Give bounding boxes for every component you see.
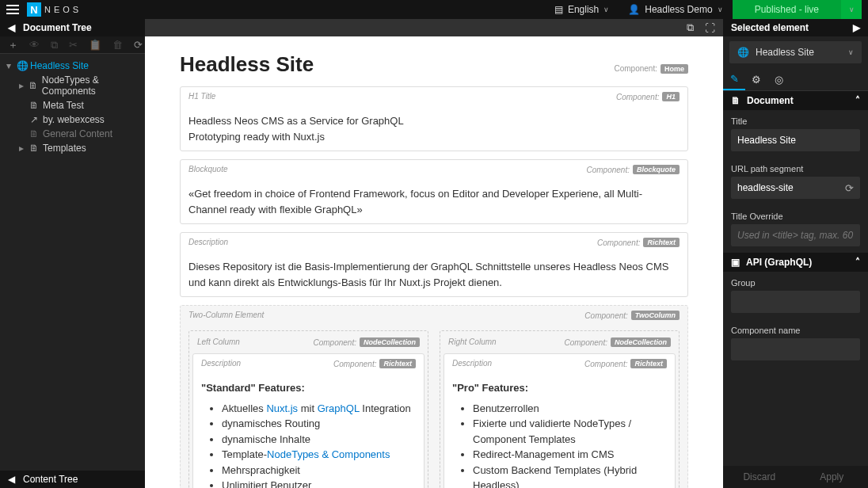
api-section-header[interactable]: ▣ API (GraphQL) ˄ [723,253,868,272]
fullscreen-icon[interactable]: ⛶ [705,22,715,34]
component-badge: Richtext [643,238,680,247]
share-icon: ↗ [29,114,39,125]
column-richtext[interactable]: Description Component: Richtext "Standar… [192,353,424,488]
description-block[interactable]: Description Component: Richtext Dieses R… [180,232,688,297]
tab-edit[interactable]: ✎ [723,68,745,90]
cut-icon[interactable]: ✂ [69,39,78,51]
features-heading: "Pro" Features: [452,380,667,396]
globe-icon: 🌐 [17,60,26,71]
block-content[interactable]: Dieses Repository ist die Basis-Implemen… [181,253,687,296]
chevron-down-icon: ∨ [603,6,609,13]
globe-icon: 🌐 [737,47,749,58]
features-heading: "Standard" Features: [201,380,416,396]
tree-label: Templates [43,143,86,154]
file-icon: 🗎 [29,143,39,154]
url-input[interactable] [731,177,860,199]
element-selector[interactable]: 🌐 Headless Site ∨ [729,41,862,63]
inspector-tabs: ✎ ⚙ ◎ [723,68,868,91]
selected-label: Headless Site [756,47,842,58]
left-panel: ◀ Document Tree ＋ 👁 ⧉ ✂ 📋 🗑 ⟳ ⋮ ▾ 🌐 Head… [0,19,145,488]
features-list: Aktuelles Nuxt.js mit GraphQL Integratio… [201,401,416,489]
topbar: N NEOS ▤ English ∨ 👤 Headless Demo ∨ Pub… [0,0,868,19]
h1-block[interactable]: H1 Title Component: H1 Headless Neos CMS… [180,86,688,151]
block-content[interactable]: "Pro" Features: Benutzerrollen Fixierte … [444,374,675,488]
component-name-input[interactable] [731,338,860,360]
publish-dropdown[interactable]: ∨ [841,0,862,19]
tree-item[interactable]: 🗎General Content [16,127,142,141]
forward-icon[interactable]: ▶ [853,22,860,33]
back-icon[interactable]: ◀ [8,22,15,33]
left-column: Left Column Component: NodeCollection De… [188,330,428,488]
block-content[interactable]: "Standard" Features: Aktuelles Nuxt.js m… [193,374,424,488]
logo: N NEOS [27,2,82,17]
inspector-header: Selected element ▶ [723,19,868,36]
link[interactable]: Nuxt.js [266,402,298,414]
caret-icon[interactable]: ▸ [19,143,25,154]
discard-button[interactable]: Discard [723,466,796,488]
block-content[interactable]: «Get freedom in choice of Frontend Frame… [181,180,687,223]
document-section-header[interactable]: 🗎 Document ˄ [723,91,868,110]
block-title: Blockquote [188,165,587,174]
tree-item[interactable]: ↗by. webexcess [16,112,142,127]
blockquote-block[interactable]: Blockquote Component: Blockquote «Get fr… [180,159,688,224]
tree-item[interactable]: ▸🗎Templates [16,141,142,155]
component-badge: TwoColumn [631,311,680,320]
tree-label: NodeTypes & Components [42,74,139,97]
chevron-down-icon: ∨ [718,6,723,13]
hide-icon[interactable]: 👁 [29,39,40,51]
add-icon[interactable]: ＋ [8,38,18,52]
title-input[interactable] [731,129,860,151]
tree-toolbar: ＋ 👁 ⧉ ✂ 📋 🗑 ⟳ ⋮ [0,36,145,54]
user-icon: 👤 [628,4,640,15]
component-badge: H1 [662,92,680,101]
sync-icon[interactable]: ⟳ [845,182,854,194]
link[interactable]: GraphQL [318,402,360,414]
user-menu[interactable]: 👤 Headless Demo ∨ [619,0,732,19]
chevron-down-icon: ∨ [848,48,854,56]
document-tree: ▾ 🌐 Headless Site ▸🗎NodeTypes & Componen… [0,54,145,160]
chevron-down-icon: ∨ [849,6,855,13]
tree-item[interactable]: ▸🗎NodeTypes & Components [16,73,142,98]
field-label-url: URL path segment [731,164,860,173]
caret-icon[interactable]: ▸ [19,80,25,91]
content-canvas: Headless Site Component: Home H1 Title C… [145,36,723,488]
tab-settings[interactable]: ⚙ [745,68,767,90]
tree-item[interactable]: 🗎Meta Test [16,98,142,112]
right-column: Right Column Component: NodeCollection D… [440,330,680,488]
paste-icon[interactable]: 📋 [89,39,101,51]
publish-button[interactable]: Published - live [733,0,841,19]
component-badge: NodeCollection [611,337,671,347]
globe-icon: ▤ [554,4,563,15]
file-icon: 🗎 [731,95,740,106]
tree-root[interactable]: ▾ 🌐 Headless Site [3,59,142,73]
block-content[interactable]: Headless Neos CMS as a Service for Graph… [181,107,687,151]
panel-title: Document Tree [23,22,92,33]
column-richtext[interactable]: Description Component: Richtext "Pro" Fe… [444,353,676,488]
refresh-icon[interactable]: ⟳ [134,39,143,51]
caret-icon[interactable]: ▾ [6,60,13,71]
copy-icon[interactable]: ⧉ [51,39,58,51]
language-selector[interactable]: ▤ English ∨ [545,0,619,19]
component-badge: Richtext [379,359,416,368]
two-column-block[interactable]: Two-Column Element Component: TwoColumn … [180,305,688,488]
inspector-title: Selected element [731,22,809,33]
menu-icon[interactable] [6,5,19,14]
document-tree-header: ◀ Document Tree [0,19,145,36]
link[interactable]: NodeTypes & Components [267,448,390,460]
component-badge: Richtext [630,359,667,368]
title-override-input[interactable] [731,224,860,246]
page-title[interactable]: Headless Site [180,52,615,77]
chevron-up-icon: ˄ [855,257,860,268]
external-link-icon[interactable]: ⧉ [687,21,694,34]
tree-label: by. webexcess [43,114,105,125]
logo-mark: N [27,2,41,17]
delete-icon[interactable]: 🗑 [112,39,123,51]
publish-label: Published - live [755,4,819,15]
component-badge: NodeCollection [360,337,420,347]
group-input[interactable] [731,291,860,313]
tab-target[interactable]: ◎ [767,68,790,90]
apply-button[interactable]: Apply [796,466,869,488]
content-tree-header[interactable]: ◀ Content Tree [0,471,145,488]
section-label: API (GraphQL) [746,257,812,268]
center-panel: ⧉ ⛶ Headless Site Component: Home H1 Tit… [145,19,723,488]
